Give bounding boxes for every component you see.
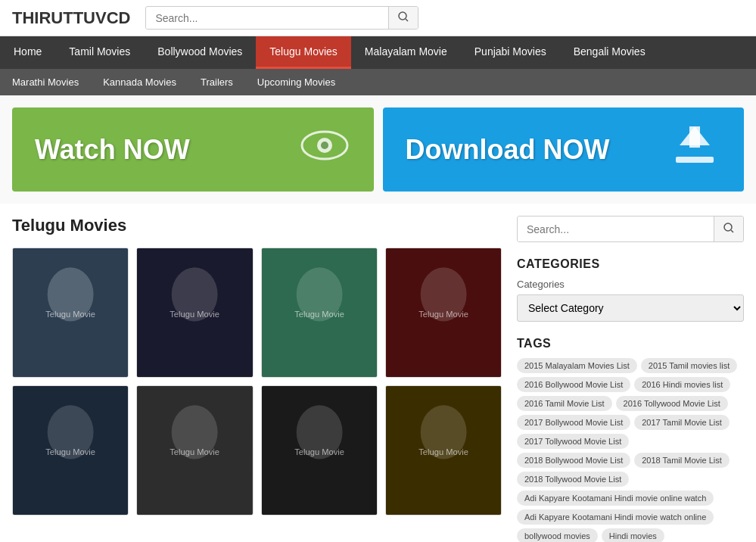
header: THIRUTTUVCD <box>0 0 756 36</box>
tag[interactable]: 2017 Bollywood Movie List <box>517 415 630 430</box>
movie-thumbnail: Telugu Movie <box>386 248 501 377</box>
svg-line-1 <box>406 19 408 21</box>
movie-card[interactable]: Telugu Movie <box>136 385 253 516</box>
categories-label: Categories <box>517 279 744 290</box>
sidebar-search-button[interactable] <box>714 216 743 241</box>
svg-point-32 <box>724 223 732 231</box>
header-search-button[interactable] <box>388 7 418 29</box>
search-icon <box>398 11 409 22</box>
nav-trailers[interactable]: Trailers <box>188 69 245 95</box>
movie-card[interactable]: Telugu Movie <box>261 248 378 378</box>
tag[interactable]: 2017 Tollywood Movie List <box>517 434 629 449</box>
tags-section: TAGS 2015 Malayalam Movies List2015 Tami… <box>517 337 744 542</box>
movie-thumbnail: Telugu Movie <box>386 386 501 515</box>
nav-home[interactable]: Home <box>0 36 55 69</box>
nav-malayalam-movie[interactable]: Malayalam Movie <box>351 36 461 69</box>
svg-point-31 <box>420 405 466 459</box>
header-search-bar <box>145 6 418 30</box>
movie-grid: Telugu Movie Telugu Movie <box>12 248 502 516</box>
main-content: Telugu Movies Telugu Movie Telugu Movie <box>0 204 756 542</box>
movie-card[interactable]: Telugu Movie <box>385 248 502 378</box>
header-search-input[interactable] <box>146 8 388 29</box>
tag[interactable]: 2015 Malayalam Movies List <box>517 358 637 373</box>
movie-thumbnail: Telugu Movie <box>137 386 252 515</box>
tag[interactable]: 2016 Hindi movies list <box>634 377 730 392</box>
nav-kannada-movies[interactable]: Kannada Movies <box>91 69 188 95</box>
banners: Watch NOW Download NOW <box>0 95 756 204</box>
category-select[interactable]: Select Category Telugu Movies Tamil Movi… <box>517 294 744 322</box>
movie-thumbnail: Telugu Movie <box>13 248 128 377</box>
sidebar: CATEGORIES Categories Select Category Te… <box>517 216 744 542</box>
tag[interactable]: 2015 Tamil movies list <box>641 358 737 373</box>
svg-point-13 <box>172 267 218 321</box>
tag[interactable]: 2018 Tamil Movie List <box>634 453 730 468</box>
movie-card[interactable]: Telugu Movie <box>385 385 502 516</box>
nav-primary: Home Tamil Movies Bollywood Movies Telug… <box>0 36 756 69</box>
page-title: Telugu Movies <box>12 216 502 235</box>
svg-point-28 <box>296 405 342 459</box>
search-icon <box>723 223 734 233</box>
tags-title: TAGS <box>517 337 744 350</box>
tag[interactable]: Adi Kapyare Kootamani Hindi movie online… <box>517 491 714 506</box>
nav-marathi-movies[interactable]: Marathi Movies <box>0 69 91 95</box>
movie-thumbnail: Telugu Movie <box>262 248 377 377</box>
categories-title: CATEGORIES <box>517 257 744 271</box>
svg-rect-7 <box>689 126 700 148</box>
movie-card[interactable]: Telugu Movie <box>136 248 253 378</box>
tag[interactable]: 2018 Tollywood Movie List <box>517 472 629 487</box>
tag[interactable]: 2016 Tollywood Movie List <box>616 396 728 411</box>
sidebar-search-input[interactable] <box>518 216 714 241</box>
svg-point-19 <box>420 267 466 321</box>
nav-secondary: Marathi Movies Kannada Movies Trailers U… <box>0 69 756 95</box>
movie-thumbnail: Telugu Movie <box>137 248 252 377</box>
movie-thumbnail: Telugu Movie <box>262 386 377 515</box>
svg-point-10 <box>48 267 94 321</box>
categories-section: CATEGORIES Categories Select Category Te… <box>517 257 744 322</box>
tag[interactable]: bollywood movies <box>517 528 598 542</box>
movie-card[interactable]: Telugu Movie <box>261 385 378 516</box>
tag[interactable]: 2016 Tamil Movie List <box>517 396 612 411</box>
download-icon <box>668 123 721 176</box>
movie-card[interactable]: Telugu Movie <box>12 385 129 516</box>
nav-bengali-movies[interactable]: Bengali Movies <box>560 36 659 69</box>
download-now-text: Download NOW <box>406 134 610 166</box>
tags-container: 2015 Malayalam Movies List2015 Tamil mov… <box>517 358 744 542</box>
nav-punjabi-movies[interactable]: Punjabi Movies <box>461 36 560 69</box>
nav-bollywood-movies[interactable]: Bollywood Movies <box>144 36 256 69</box>
svg-point-4 <box>321 142 328 149</box>
movie-thumbnail: Telugu Movie <box>13 386 128 515</box>
site-title: THIRUTTUVCD <box>12 8 130 28</box>
svg-point-25 <box>172 405 218 459</box>
download-now-banner[interactable]: Download NOW <box>383 107 745 192</box>
movie-card[interactable]: Telugu Movie <box>12 248 129 378</box>
nav-telugu-movies[interactable]: Telugu Movies <box>256 36 351 69</box>
left-content: Telugu Movies Telugu Movie Telugu Movie <box>12 216 502 542</box>
tag[interactable]: 2018 Bollywood Movie List <box>517 453 630 468</box>
nav-upcoming-movies[interactable]: Upcoming Movies <box>245 69 347 95</box>
watch-now-banner[interactable]: Watch NOW <box>12 107 374 192</box>
sidebar-search-bar <box>517 216 744 242</box>
svg-line-33 <box>731 230 733 232</box>
tag[interactable]: Hindi movies <box>602 528 664 542</box>
tag[interactable]: 2017 Tamil Movie List <box>634 415 730 430</box>
nav-tamil-movies[interactable]: Tamil Movies <box>55 36 144 69</box>
watch-now-text: Watch NOW <box>35 134 190 166</box>
tag[interactable]: 2016 Bollywood Movie List <box>517 377 630 392</box>
svg-rect-5 <box>676 157 714 163</box>
svg-point-22 <box>48 405 94 459</box>
svg-point-0 <box>399 12 406 20</box>
tag[interactable]: Adi Kapyare Kootamani Hindi movie watch … <box>517 509 714 525</box>
svg-point-16 <box>296 267 342 321</box>
eye-icon <box>298 126 351 173</box>
